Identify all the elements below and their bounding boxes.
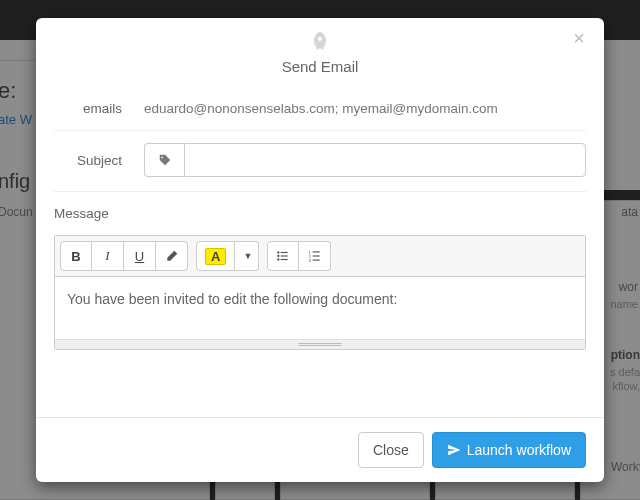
modal-body: emails eduardo@nononsenselabs.com; myema… (36, 83, 604, 417)
svg-point-2 (277, 255, 279, 257)
rich-text-editor: B I U A ▼ (54, 235, 586, 350)
highlight-color-button[interactable]: A (196, 241, 235, 271)
modal-title: Send Email (54, 58, 586, 75)
subject-label: Subject (54, 153, 144, 168)
paper-plane-icon (447, 443, 461, 457)
subject-tag-button[interactable] (144, 143, 184, 177)
emails-row: emails eduardo@nononsenselabs.com; myema… (54, 89, 586, 131)
rocket-icon (308, 30, 332, 54)
svg-point-4 (277, 258, 279, 260)
editor-resize-handle[interactable] (55, 339, 585, 349)
svg-point-0 (277, 251, 279, 253)
message-section: Message B I U A ▼ (54, 192, 586, 350)
svg-rect-7 (312, 251, 319, 252)
close-button-label: Close (373, 442, 409, 458)
bold-button[interactable]: B (60, 241, 92, 271)
svg-rect-1 (281, 252, 288, 253)
subject-input[interactable] (184, 143, 586, 177)
highlight-color-dropdown[interactable]: ▼ (235, 241, 259, 271)
message-textarea[interactable]: You have been invited to edit the follow… (55, 277, 585, 339)
svg-rect-5 (281, 259, 288, 260)
close-icon[interactable]: × (568, 28, 590, 50)
svg-rect-9 (312, 255, 319, 256)
chevron-down-icon: ▼ (243, 251, 252, 261)
eraser-icon (165, 249, 179, 263)
close-button[interactable]: Close (358, 432, 424, 468)
svg-rect-3 (281, 255, 288, 256)
svg-text:3: 3 (308, 258, 311, 263)
ordered-list-button[interactable]: 123 (299, 241, 331, 271)
emails-value: eduardo@nononsenselabs.com; myemail@mydo… (144, 101, 586, 116)
editor-toolbar: B I U A ▼ (55, 236, 585, 277)
send-email-modal: × Send Email emails eduardo@nononsensela… (36, 18, 604, 482)
emails-label: emails (54, 101, 144, 116)
launch-workflow-button[interactable]: Launch workflow (432, 432, 586, 468)
modal-header: × Send Email (36, 18, 604, 83)
message-label: Message (54, 206, 586, 221)
unordered-list-button[interactable] (267, 241, 299, 271)
italic-button[interactable]: I (92, 241, 124, 271)
modal-footer: Close Launch workflow (36, 417, 604, 482)
svg-rect-11 (312, 260, 319, 261)
subject-row: Subject (54, 131, 586, 192)
clear-format-button[interactable] (156, 241, 188, 271)
launch-button-label: Launch workflow (467, 442, 571, 458)
underline-button[interactable]: U (124, 241, 156, 271)
list-ul-icon (276, 249, 290, 263)
list-ol-icon: 123 (308, 249, 322, 263)
tag-icon (158, 153, 172, 167)
